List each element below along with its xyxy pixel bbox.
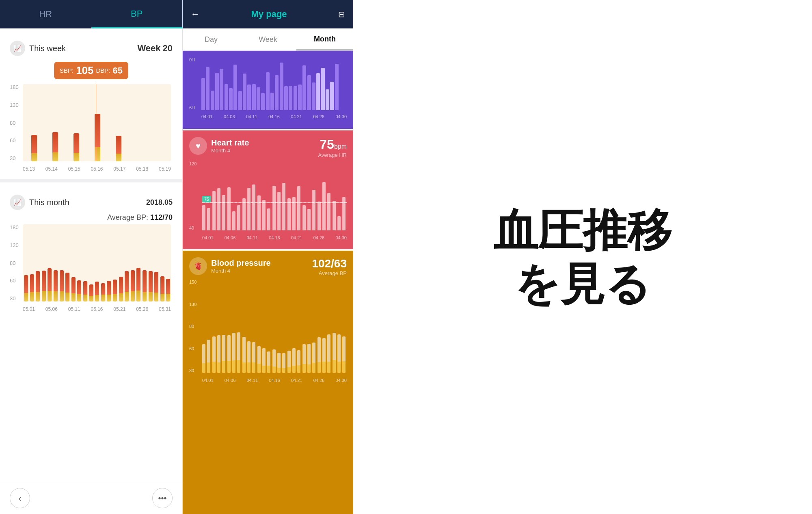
- mid-tabs: Day Week Month: [183, 28, 353, 51]
- hr-value: 75bpm: [318, 137, 347, 152]
- week-x-labels: 05.1305.1405.1505.1605.1705.1805.19: [23, 166, 171, 172]
- this-week-card: 📈 This week Week 20 SBP: 105 DBP: 65 180…: [0, 33, 182, 179]
- week-chart-inner: [23, 84, 171, 161]
- hr-chart-inner: 75: [202, 161, 347, 230]
- tab-month[interactable]: Month: [296, 28, 353, 50]
- avg-bp-row: Average BP: 112/70: [10, 213, 173, 222]
- dbp-value: 65: [113, 65, 123, 76]
- month-x-labels: 05.0105.0605.1105.1605.2105.2605.31: [23, 306, 171, 312]
- bpc-left: 🫀 Blood pressure Month 4: [189, 257, 271, 275]
- month-y-labels: 180 130 80 60 30: [10, 224, 21, 301]
- bpc-x-labels: 04.0104.0604.1104.1604.2104.2604.30: [202, 378, 347, 383]
- tab-hr[interactable]: HR: [0, 0, 91, 28]
- tab-bp[interactable]: BP: [91, 0, 183, 28]
- tab-week[interactable]: Week: [240, 28, 296, 50]
- week-section-header: 📈 This week Week 20: [10, 41, 173, 56]
- this-month-card: 📈 This month 2018.05 Average BP: 112/70 …: [0, 187, 182, 319]
- back-arrow-icon[interactable]: ←: [191, 9, 200, 20]
- hr-text: Heart rate Month 4: [211, 138, 249, 154]
- mid-panel: ← My page ⊟ Day Week Month 0H 6H 04.0104…: [183, 0, 353, 514]
- tab-header: HR BP: [0, 0, 182, 28]
- right-panel: 血圧推移 を見る: [353, 0, 812, 514]
- bpc-value-right: 102/63 Average BP: [312, 257, 347, 276]
- month-chart-inner: [23, 224, 171, 301]
- hr-y-labels: 120 40: [189, 161, 201, 230]
- sleep-chart: 0H 6H 04.0104.0604.1104.1604.2104.2604.3…: [189, 57, 347, 122]
- bpc-icon: 🫀: [189, 257, 207, 275]
- week-y-labels: 180 130 80 60 30: [10, 84, 21, 161]
- bpc-chart: 150 130 80 60 30 04.0104.0604.1104.1604.…: [189, 280, 347, 385]
- sbp-value: 105: [76, 64, 93, 77]
- week-chart: 180 130 80 60 30 05.1305.1405.1505.1605.…: [10, 84, 173, 174]
- tab-day[interactable]: Day: [183, 28, 240, 50]
- hr-left: ♥ Heart rate Month 4: [189, 137, 249, 155]
- more-button[interactable]: •••: [152, 488, 173, 508]
- dbp-label: DBP:: [96, 67, 110, 74]
- sleep-y-labels: 0H 6H: [189, 57, 201, 110]
- bpc-avg-label: Average BP: [312, 270, 347, 276]
- hr-x-labels: 04.0104.0604.1104.1604.2104.2604.30: [202, 235, 347, 240]
- hr-icon: ♥: [189, 137, 207, 155]
- hr-value-right: 75bpm Average HR: [318, 137, 347, 158]
- bottom-nav: ‹ •••: [0, 482, 182, 514]
- hr-title: Heart rate: [211, 138, 249, 147]
- japanese-text: 血圧推移 を見る: [493, 204, 672, 311]
- sleep-card: 0H 6H 04.0104.0604.1104.1604.2104.2604.3…: [183, 51, 353, 129]
- bpc-header: 🫀 Blood pressure Month 4 102/63 Average …: [189, 257, 347, 276]
- heart-rate-card: ♥ Heart rate Month 4 75bpm Average HR 12…: [183, 130, 353, 249]
- divider-1: [0, 179, 182, 182]
- week-period: Week 20: [137, 43, 173, 54]
- menu-icon[interactable]: ⊟: [338, 9, 345, 19]
- bp-tooltip: SBP: 105 DBP: 65: [54, 62, 128, 79]
- month-icon: 📈: [10, 195, 25, 210]
- left-panel: HR BP 📈 This week Week 20 SBP: 105 DBP: …: [0, 0, 183, 514]
- hr-chart: 120 40 75 04.0104.0604.1104.1604.2104.26…: [189, 161, 347, 243]
- blood-pressure-card: 🫀 Blood pressure Month 4 102/63 Average …: [183, 251, 353, 514]
- bpc-subtitle: Month 4: [211, 268, 271, 274]
- sbp-label: SBP:: [60, 67, 73, 74]
- week-title: This week: [29, 44, 66, 53]
- week-icon: 📈: [10, 41, 25, 56]
- month-section-header: 📈 This month 2018.05: [10, 195, 173, 210]
- month-period: 2018.05: [146, 198, 173, 207]
- bpc-y-labels: 150 130 80 60 30: [189, 280, 201, 373]
- hr-card-header: ♥ Heart rate Month 4 75bpm Average HR: [189, 137, 347, 158]
- bpc-chart-inner: [202, 280, 347, 373]
- hr-avg-label: Average HR: [318, 152, 347, 158]
- bpc-title: Blood pressure: [211, 258, 271, 268]
- mid-header-title: My page: [200, 9, 338, 20]
- mid-header: ← My page ⊟: [183, 0, 353, 28]
- bpc-text: Blood pressure Month 4: [211, 258, 271, 274]
- hr-subtitle: Month 4: [211, 147, 249, 154]
- month-title: This month: [29, 198, 69, 207]
- back-button[interactable]: ‹: [10, 488, 30, 508]
- bpc-value: 102/63: [312, 257, 347, 270]
- month-title-left: 📈 This month: [10, 195, 69, 210]
- sleep-x-labels: 04.0104.0604.1104.1604.2104.2604.30: [201, 114, 347, 119]
- week-title-left: 📈 This week: [10, 41, 66, 56]
- month-chart: 180 130 80 60 30 05.0105.0605.1105.1605.…: [10, 224, 173, 314]
